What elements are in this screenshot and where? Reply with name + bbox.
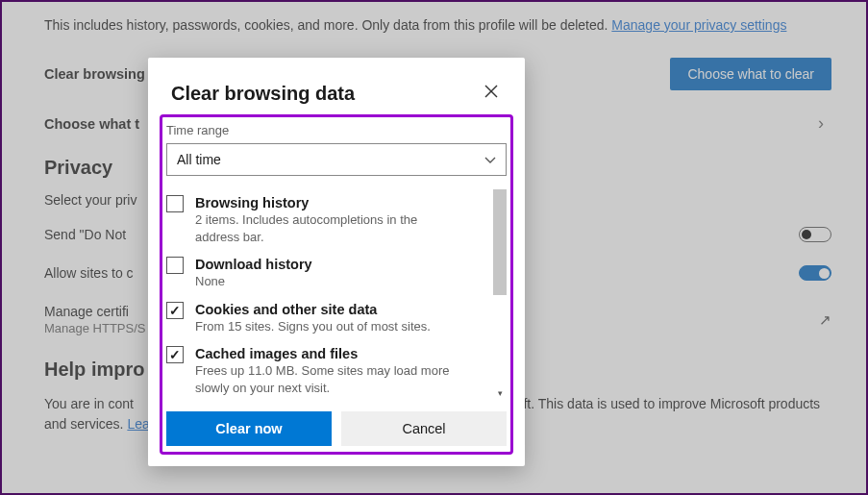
highlighted-region: Time range All time Browsing history 2 i… (160, 114, 513, 455)
cancel-button[interactable]: Cancel (341, 411, 507, 446)
time-range-select[interactable]: All time (166, 143, 507, 176)
checkbox-download-history[interactable] (166, 257, 184, 274)
checkbox-cached[interactable] (166, 346, 184, 363)
close-icon[interactable] (481, 81, 502, 106)
clear-browsing-dialog: Clear browsing data Time range All time … (148, 58, 525, 466)
option-cookies[interactable]: Cookies and other site data From 15 site… (166, 296, 493, 341)
scrollbar-down-arrow[interactable]: ▾ (493, 388, 507, 402)
option-browsing-history[interactable]: Browsing history 2 items. Includes autoc… (166, 189, 493, 251)
chevron-down-icon (484, 152, 496, 167)
options-scrollbar[interactable]: ▾ (493, 189, 507, 402)
time-range-label: Time range (166, 123, 507, 137)
clear-now-button[interactable]: Clear now (166, 411, 332, 446)
checkbox-browsing-history[interactable] (166, 195, 184, 212)
option-download-history[interactable]: Download history None (166, 251, 493, 296)
scrollbar-thumb[interactable] (493, 189, 507, 295)
time-range-value: All time (177, 152, 221, 167)
checkbox-cookies[interactable] (166, 302, 184, 319)
options-list: Browsing history 2 items. Includes autoc… (166, 189, 493, 402)
option-cached[interactable]: Cached images and files Frees up 11.0 MB… (166, 340, 493, 402)
dialog-title: Clear browsing data (171, 83, 355, 105)
